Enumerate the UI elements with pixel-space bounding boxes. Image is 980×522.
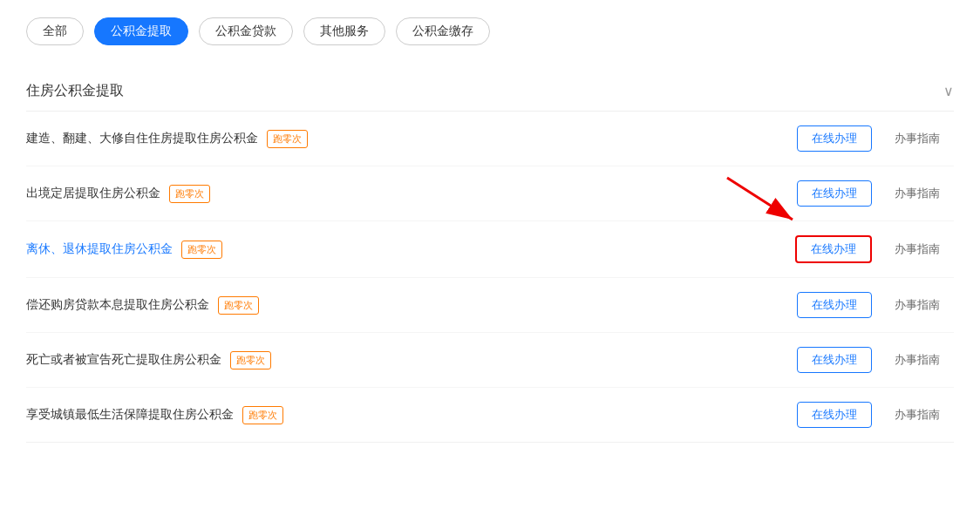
online-btn-4[interactable]: 在线办理: [797, 347, 872, 373]
service-actions-5: 在线办理办事指南: [797, 402, 954, 428]
guide-btn-2[interactable]: 办事指南: [881, 237, 954, 261]
service-left-4: 死亡或者被宣告死亡提取住房公积金跑零次: [26, 351, 797, 369]
online-btn-1[interactable]: 在线办理: [797, 180, 872, 207]
guide-btn-4[interactable]: 办事指南: [881, 348, 954, 372]
service-badge-1: 跑零次: [169, 185, 210, 203]
service-list: 建造、翻建、大修自住住房提取住房公积金跑零次在线办理办事指南出境定居提取住房公积…: [26, 112, 954, 443]
service-name-3: 偿还购房贷款本息提取住房公积金: [26, 297, 209, 313]
service-left-2: 离休、退休提取住房公积金跑零次: [26, 241, 795, 259]
tab-btn-4[interactable]: 公积金缴存: [396, 17, 490, 45]
service-badge-0: 跑零次: [267, 130, 308, 148]
service-name-2[interactable]: 离休、退休提取住房公积金: [26, 241, 173, 257]
tab-btn-1[interactable]: 公积金提取: [94, 17, 188, 45]
service-row-1: 出境定居提取住房公积金跑零次在线办理办事指南: [26, 166, 954, 221]
guide-btn-0[interactable]: 办事指南: [881, 126, 954, 151]
online-btn-0[interactable]: 在线办理: [797, 125, 872, 152]
tab-btn-0[interactable]: 全部: [26, 17, 84, 45]
tab-btn-3[interactable]: 其他服务: [303, 17, 385, 45]
service-left-1: 出境定居提取住房公积金跑零次: [26, 185, 797, 203]
service-left-5: 享受城镇最低生活保障提取住房公积金跑零次: [26, 406, 797, 424]
service-badge-4: 跑零次: [230, 351, 271, 369]
tab-bar: 全部公积金提取公积金贷款其他服务公积金缴存: [26, 17, 954, 45]
service-left-0: 建造、翻建、大修自住住房提取住房公积金跑零次: [26, 130, 797, 148]
service-row-0: 建造、翻建、大修自住住房提取住房公积金跑零次在线办理办事指南: [26, 112, 954, 166]
service-row-4: 死亡或者被宣告死亡提取住房公积金跑零次在线办理办事指南: [26, 333, 954, 388]
chevron-down-icon: ∨: [943, 83, 954, 99]
service-name-0: 建造、翻建、大修自住住房提取住房公积金: [26, 131, 258, 146]
service-badge-5: 跑零次: [242, 406, 283, 424]
service-name-1: 出境定居提取住房公积金: [26, 186, 160, 201]
online-btn-3[interactable]: 在线办理: [797, 292, 872, 318]
section-title: 住房公积金提取: [26, 82, 124, 100]
guide-btn-1[interactable]: 办事指南: [881, 181, 954, 206]
service-actions-4: 在线办理办事指南: [797, 347, 954, 373]
service-badge-3: 跑零次: [218, 296, 259, 315]
service-actions-0: 在线办理办事指南: [797, 125, 954, 152]
service-actions-3: 在线办理办事指南: [797, 292, 954, 318]
service-badge-2: 跑零次: [181, 241, 222, 259]
service-row-3: 偿还购房贷款本息提取住房公积金跑零次在线办理办事指南: [26, 278, 954, 333]
guide-btn-5[interactable]: 办事指南: [881, 403, 954, 427]
tab-btn-2[interactable]: 公积金贷款: [199, 17, 293, 45]
section-header: 住房公积金提取 ∨: [26, 71, 954, 112]
online-btn-2[interactable]: 在线办理: [795, 235, 872, 263]
guide-btn-3[interactable]: 办事指南: [881, 293, 954, 317]
service-name-4: 死亡或者被宣告死亡提取住房公积金: [26, 352, 221, 368]
service-row-5: 享受城镇最低生活保障提取住房公积金跑零次在线办理办事指南: [26, 388, 954, 442]
service-row-2: 离休、退休提取住房公积金跑零次在线办理办事指南: [26, 221, 954, 278]
service-name-5: 享受城镇最低生活保障提取住房公积金: [26, 407, 234, 423]
service-actions-1: 在线办理办事指南: [797, 180, 954, 207]
service-left-3: 偿还购房贷款本息提取住房公积金跑零次: [26, 296, 797, 315]
service-actions-2: 在线办理办事指南: [795, 235, 954, 263]
online-btn-5[interactable]: 在线办理: [797, 402, 872, 428]
